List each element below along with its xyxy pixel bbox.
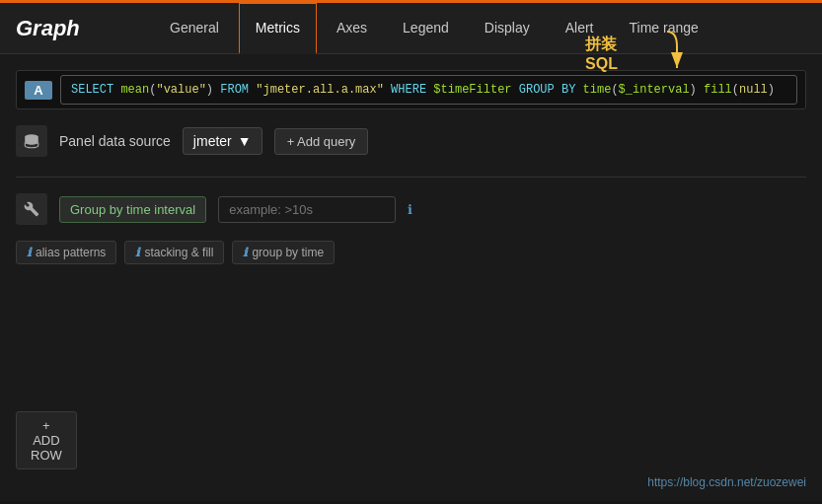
- tab-metrics[interactable]: Metrics: [239, 3, 317, 54]
- stacking-fill-button[interactable]: ℹ stacking & fill: [124, 241, 224, 264]
- annotation-text: 拼装SQL: [585, 35, 618, 73]
- group-by-input[interactable]: [218, 196, 396, 223]
- add-row-button[interactable]: + ADD ROW: [16, 411, 77, 469]
- query-row: A SELECT mean("value") FROM "jmeter.all.…: [16, 70, 806, 109]
- annotation-container: 拼装SQL: [618, 27, 687, 76]
- arrow-icon: [618, 27, 687, 76]
- datasource-label: Panel data source: [59, 133, 171, 149]
- database-icon: [16, 125, 47, 157]
- tab-general[interactable]: General: [154, 3, 235, 54]
- datasource-value: jmeter: [193, 133, 232, 149]
- main-content: A SELECT mean("value") FROM "jmeter.all.…: [0, 54, 822, 501]
- divider: [16, 177, 806, 178]
- header: Graph General Metrics Axes Legend Displa…: [0, 3, 822, 54]
- groupbytime-info-icon: ℹ: [243, 246, 248, 259]
- group-by-row: Group by time interval ℹ: [16, 193, 806, 225]
- datasource-row: Panel data source jmeter ▼ + Add query: [16, 121, 806, 161]
- footer-link: https://blog.csdn.net/zuozewei: [647, 475, 806, 489]
- tab-legend[interactable]: Legend: [387, 3, 465, 54]
- alias-info-icon: ℹ: [27, 246, 32, 259]
- app-title: Graph: [16, 16, 114, 41]
- group-by-label: Group by time interval: [59, 196, 206, 223]
- query-label: A: [25, 81, 52, 100]
- tab-display[interactable]: Display: [469, 3, 546, 54]
- add-query-button[interactable]: + Add query: [274, 128, 369, 155]
- stacking-info-icon: ℹ: [135, 246, 140, 259]
- tab-axes[interactable]: Axes: [321, 3, 383, 54]
- query-sql-display[interactable]: SELECT mean("value") FROM "jmeter.all.a.…: [60, 75, 797, 105]
- chevron-down-icon: ▼: [238, 133, 252, 149]
- group-by-info-icon[interactable]: ℹ: [408, 202, 412, 217]
- wrench-icon: [16, 193, 47, 225]
- group-by-time-button[interactable]: ℹ group by time: [232, 241, 335, 264]
- datasource-select[interactable]: jmeter ▼: [183, 127, 262, 155]
- hint-buttons: ℹ alias patterns ℹ stacking & fill ℹ gro…: [16, 241, 806, 264]
- alias-patterns-button[interactable]: ℹ alias patterns: [16, 241, 116, 264]
